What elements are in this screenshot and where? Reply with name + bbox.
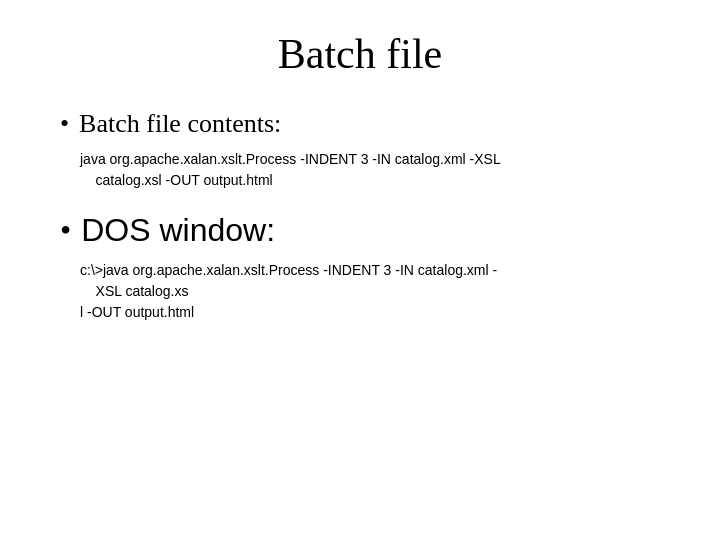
dos-line-1: c:\>java org.apache.xalan.xslt.Process -… [80,262,497,278]
section-batch-label: Batch file contents: [79,108,281,139]
page-title: Batch file [60,30,660,78]
dos-line-2: XSL catalog.xs [80,283,188,299]
page-container: Batch file • Batch file contents: java o… [0,0,720,540]
code-block-dos: c:\>java org.apache.xalan.xslt.Process -… [80,260,660,323]
section-dos-window: • DOS window: [60,211,660,249]
bullet-1: • [60,108,69,139]
code-line-1: java org.apache.xalan.xslt.Process -INDE… [80,151,501,167]
bullet-2: • [60,211,71,249]
code-block-batch: java org.apache.xalan.xslt.Process -INDE… [80,149,660,191]
code-line-2: catalog.xsl -OUT output.html [80,172,273,188]
dos-line-3: l -OUT output.html [80,304,194,320]
section-dos-label: DOS window: [81,211,275,249]
section-batch-contents: • Batch file contents: [60,108,660,139]
